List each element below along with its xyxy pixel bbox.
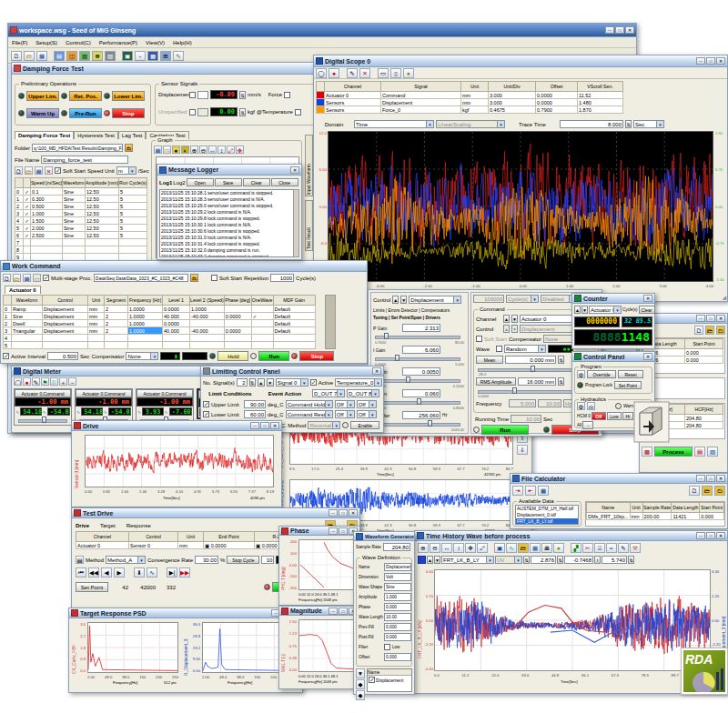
graph-cursor-icon[interactable]: ◐ [181, 146, 189, 154]
cell[interactable]: mm [88, 313, 105, 320]
cell[interactable]: ✓ [24, 210, 31, 217]
cell[interactable] [251, 335, 273, 342]
nsig-spinner[interactable]: ⇅ [249, 378, 256, 387]
cell[interactable]: 4 [15, 217, 24, 225]
cell[interactable] [273, 342, 315, 349]
ck-down-icon[interactable]: ⇩ [517, 445, 528, 455]
cell[interactable]: ✓ [24, 196, 31, 203]
cell[interactable]: 12.50 [85, 188, 118, 196]
gain-slider[interactable] [375, 333, 460, 339]
menu-control[interactable]: Control(C) [66, 40, 91, 45]
counter-icon[interactable]: ▨ [105, 51, 116, 61]
cell[interactable]: 0.0000 [536, 99, 578, 106]
cell[interactable]: Force_0 [381, 106, 461, 114]
force-checkbox[interactable] [284, 92, 290, 98]
cell[interactable] [251, 320, 273, 327]
logger-titlebar[interactable]: Message Logger ✕ [157, 165, 301, 176]
cell[interactable]: 0 [4, 306, 12, 313]
cmd-control-up-icon[interactable]: ▲ [503, 325, 510, 333]
all-button[interactable]: - [582, 421, 593, 429]
back-icon[interactable]: ◀ [101, 567, 112, 577]
cell[interactable]: kgf [461, 106, 489, 114]
cell[interactable] [12, 342, 43, 349]
th-zoom-y-icon[interactable]: ↕ [453, 543, 464, 553]
th-zoom-in-icon[interactable]: ⊕ [418, 543, 429, 553]
wgen-add-icon[interactable]: ▼ [356, 668, 365, 678]
tab-target[interactable]: Target [100, 523, 116, 528]
interval-field[interactable]: 0.500 [47, 352, 78, 360]
cell[interactable]: 0.7900 [536, 106, 578, 114]
meter-pen-icon[interactable]: ✎ [32, 377, 40, 386]
dout8-select[interactable]: D_OUT 8 [347, 389, 379, 397]
trace-time-spinner[interactable]: ⇅ [625, 120, 632, 128]
cell[interactable]: Actuator 0 [76, 542, 129, 549]
wgen-down-icon[interactable]: ◆ [356, 690, 365, 700]
rms-spinner[interactable]: ⇅ [558, 377, 564, 386]
method-icon[interactable]: ▤ [76, 556, 84, 564]
tab-input-waveform[interactable]: Input Waveform [305, 135, 313, 196]
proc-new-icon[interactable]: 🗋 [694, 326, 703, 335]
cell[interactable]: 0.000 [685, 349, 723, 356]
damping-stop-button[interactable]: Stop [112, 108, 145, 118]
cell[interactable] [163, 335, 190, 342]
grid-icon[interactable]: ⊞ [160, 51, 171, 61]
work-titlebar[interactable]: Work Command [1, 261, 367, 272]
convergence-field[interactable]: 30.00 [195, 556, 218, 564]
logger-icon[interactable]: ≣ [92, 51, 103, 61]
upper-limit-field[interactable]: 90.00 [244, 400, 266, 408]
ret-pos-button[interactable]: Ret. Pos. [69, 91, 102, 101]
meter-pause-icon[interactable]: ◯ [14, 377, 22, 386]
cell[interactable]: mm [461, 92, 489, 99]
wgen-item-checkbox[interactable] [369, 677, 375, 683]
gain-field[interactable]: 6.060 [402, 346, 440, 354]
cell[interactable]: Sine [62, 196, 85, 203]
th-copy-icon[interactable]: ▣ [494, 543, 505, 553]
list-item[interactable]: 2013/11/25 15:10:30.6 lock command is st… [160, 228, 293, 235]
channel-swatch[interactable] [317, 99, 325, 106]
sample-rate-field[interactable]: 204.80 [383, 543, 410, 551]
work-open-icon[interactable]: 🗁 [13, 274, 21, 282]
wgen-row-field[interactable]: 1.000 [384, 593, 411, 601]
cell[interactable] [224, 335, 251, 342]
cell[interactable]: 0.300 [30, 196, 62, 203]
override-button[interactable]: Override [587, 370, 616, 378]
meter-titlebar[interactable]: Digital Meter [12, 367, 210, 377]
channel-down-icon[interactable]: ▼ [511, 315, 518, 323]
cell[interactable]: 12.50 [85, 225, 118, 232]
upper-out2-select[interactable]: Off [357, 400, 377, 408]
cell[interactable]: -40.000 [190, 327, 225, 335]
lower-out1-select[interactable]: Off [335, 410, 355, 418]
log1-tab[interactable]: Log1 [159, 180, 172, 186]
cell[interactable]: 1.0000 [128, 320, 163, 327]
workspace-icon[interactable]: ▤ [54, 51, 65, 61]
psd-titlebar[interactable]: Target Response PSD ─□✕ [69, 608, 302, 618]
cell[interactable]: 5 [15, 225, 24, 232]
hcm-off-button[interactable]: Off [592, 412, 606, 420]
cell[interactable]: 0.500 [30, 203, 62, 210]
gain-field[interactable]: 2.313 [402, 324, 440, 332]
cell[interactable]: 2 [105, 320, 128, 327]
meter-record-icon[interactable]: ⏺ [23, 377, 31, 386]
dash-icon[interactable]: - [135, 51, 146, 61]
tab-actuator-0[interactable]: Actuator 0 [5, 286, 41, 294]
th-titlebar[interactable]: Time History Wave before process ─□✕ [415, 531, 727, 541]
upper-out1-select[interactable]: Off [335, 400, 355, 408]
trigger-icon[interactable]: ● [403, 68, 414, 78]
tab-drive[interactable]: Drive [76, 523, 89, 528]
th-cursor-icon[interactable]: ▞ [571, 543, 581, 553]
cell[interactable]: DMs_FRT_10kp... [587, 513, 631, 520]
th-unit-select[interactable]: UV [495, 556, 522, 564]
frequency-field-2[interactable]: 10.00 [538, 399, 561, 407]
th-print-icon[interactable]: 🖶 [541, 543, 552, 553]
table-open-icon[interactable]: 🗁 [25, 166, 33, 175]
active-checkbox[interactable] [3, 353, 9, 359]
reset-button[interactable]: Reset [618, 370, 643, 378]
menu-view[interactable]: View(V) [146, 40, 165, 45]
cell[interactable]: mm [630, 513, 642, 520]
proc-erase-icon[interactable]: ▩ [642, 447, 652, 457]
work-new-icon[interactable]: 🗋 [3, 274, 11, 282]
enable-button[interactable]: Enable [350, 421, 379, 429]
cell[interactable]: 8 [15, 246, 24, 254]
list-item[interactable]: 2013/11/25 15:10:30.1 lock command is N/… [160, 222, 293, 228]
log2-tab[interactable]: Log2 [173, 180, 185, 186]
